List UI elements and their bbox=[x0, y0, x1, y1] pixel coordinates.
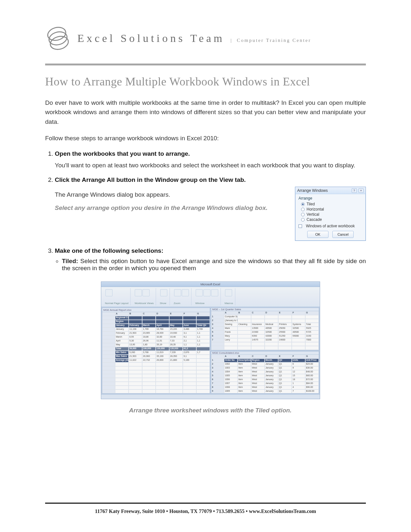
intro-paragraph-1: Do ever have to work with multiple workb… bbox=[45, 98, 366, 126]
step-1: Open the workbooks that you want to arra… bbox=[55, 150, 366, 170]
steps-list: Open the workbooks that you want to arra… bbox=[45, 150, 366, 414]
radio-horizontal[interactable]: Horizontal bbox=[301, 207, 362, 212]
step-2-emphasis: Select any arrange option you desire in … bbox=[55, 203, 285, 213]
radio-dot-icon bbox=[301, 202, 305, 206]
figure-caption: Arrange three worksheet windows with the… bbox=[55, 407, 366, 414]
brand-divider: | bbox=[230, 38, 232, 43]
ok-button[interactable]: OK bbox=[307, 231, 328, 238]
radio-tiled[interactable]: Tiled bbox=[301, 202, 362, 206]
step-2: Click the Arrange All button in the Wind… bbox=[55, 176, 366, 241]
step-2-heading: Click the Arrange All button in the Wind… bbox=[55, 176, 246, 183]
logo-icon bbox=[45, 26, 71, 51]
cancel-button[interactable]: Cancel bbox=[332, 231, 354, 238]
bullet-lead: Tiled: bbox=[62, 258, 78, 264]
radio-tiled-label: Tiled bbox=[307, 202, 315, 206]
radio-vertical[interactable]: Vertical bbox=[301, 212, 362, 217]
radio-dot-icon bbox=[301, 208, 305, 211]
dialog-group-label: Arrange bbox=[298, 196, 362, 201]
header-rule bbox=[45, 64, 366, 65]
checkbox-active-workbook[interactable]: Windows of active workbook bbox=[298, 224, 362, 228]
workbook-window-1[interactable]: MGE Annual Report.xlsx ABCDEFGRegional C… bbox=[102, 308, 210, 394]
dialog-help-icon[interactable]: ? bbox=[352, 188, 357, 193]
intro-paragraph-2: Follow these steps to arrange workbook w… bbox=[45, 133, 366, 143]
excel-tiled-screenshot: Microsoft Excel Normal Page Layout Workb… bbox=[101, 281, 320, 399]
brand-name: Excel Solutions Team bbox=[77, 32, 225, 44]
workbook-window-3[interactable]: MGE Consolidated.xlsx ABCDEFG1Order NoDe… bbox=[211, 351, 319, 394]
arrange-windows-dialog: Arrange Windows ? × Arrange Tiled bbox=[295, 187, 366, 241]
radio-vertical-label: Vertical bbox=[307, 212, 319, 217]
radio-cascade-label: Cascade bbox=[307, 217, 322, 222]
checkbox-icon bbox=[298, 224, 302, 228]
excel-ribbon: Normal Page Layout Workbook Views Show Z… bbox=[101, 287, 320, 307]
page-header: Excel Solutions Team | Computer Training… bbox=[45, 26, 366, 51]
dialog-titlebar: Arrange Windows ? × bbox=[295, 187, 366, 194]
excel-statusbar bbox=[101, 394, 320, 399]
footer-rule bbox=[45, 503, 366, 504]
step-1-heading: Open the workbooks that you want to arra… bbox=[55, 150, 190, 157]
step-1-body: You'll want to open at least two workboo… bbox=[55, 161, 366, 170]
checkbox-label: Windows of active workbook bbox=[306, 224, 355, 228]
bullet-text: Select this option button to have Excel … bbox=[62, 258, 366, 271]
workbook-window-2[interactable]: MGE – 1st Quarter Sales ABCDEFG1Computer… bbox=[211, 308, 319, 350]
page-footer: 11767 Katy Freeway, Suite 1010 • Houston… bbox=[45, 508, 366, 514]
step-2-body: The Arrange Windows dialog box appears. bbox=[55, 190, 285, 199]
dialog-title: Arrange Windows bbox=[297, 188, 351, 193]
bullet-tiled: Tiled: Select this option button to have… bbox=[62, 258, 366, 272]
radio-dot-icon bbox=[301, 213, 305, 216]
radio-dot-icon bbox=[301, 218, 305, 222]
dialog-close-icon[interactable]: × bbox=[358, 188, 364, 193]
radio-horizontal-label: Horizontal bbox=[307, 207, 324, 212]
step-3: Make one of the following selections: Ti… bbox=[55, 247, 366, 414]
radio-cascade[interactable]: Cascade bbox=[301, 217, 362, 222]
brand-subtitle: Computer Training Center bbox=[237, 38, 311, 43]
excel-titlebar: Microsoft Excel bbox=[101, 282, 320, 287]
step-3-heading: Make one of the following selections: bbox=[55, 247, 163, 254]
page-title: How to Arrange Multiple Workbook Windows… bbox=[45, 75, 366, 88]
